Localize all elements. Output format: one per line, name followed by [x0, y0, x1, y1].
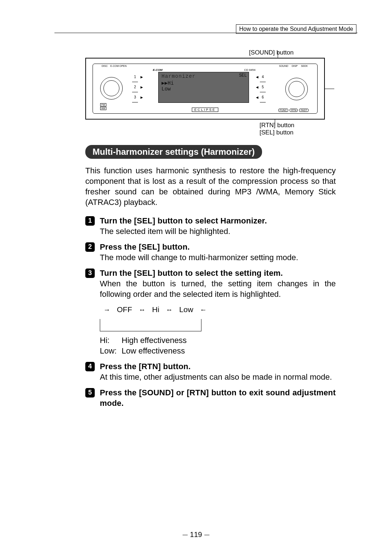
- screen-title: Harmonizer: [162, 73, 246, 79]
- step-body: When the button is turned, the setting i…: [100, 279, 336, 299]
- step-body: The mode will change to multi-harmonizer…: [100, 253, 298, 262]
- preset-column-right: 4 5 6: [260, 72, 266, 102]
- preset-button[interactable]: 3: [132, 92, 138, 102]
- sequence-diagram: → OFF ↔ Hi ↔ Low ←: [100, 304, 336, 331]
- flow-node: OFF: [117, 304, 132, 315]
- step-item: 3 Turn the [SEL] button to select the se…: [85, 268, 336, 356]
- func-button[interactable]: FUNC: [278, 109, 288, 112]
- step-item: 2 Press the [SEL] button. The mode will …: [85, 242, 336, 263]
- top-label: DISP: [292, 65, 298, 67]
- step-body: The selected item will be highlighted.: [100, 227, 230, 236]
- def-key: Hi:: [100, 335, 119, 346]
- step-number-badge: 3: [85, 269, 95, 278]
- step-number-badge: 1: [85, 216, 95, 226]
- manual-page: How to operate the Sound Adjustment Mode…: [0, 0, 392, 557]
- preset-column-left: 1 2 3: [132, 72, 138, 102]
- flow-node: Hi: [152, 304, 159, 315]
- faceplate-inner: DISC E-COM OPEN SOUND DISP SEEK E-COM CD…: [93, 64, 318, 114]
- leader-line: [278, 51, 278, 58]
- top-label: DISC: [102, 65, 108, 67]
- am-button[interactable]: AM: [100, 107, 106, 110]
- page-number: 119: [0, 530, 392, 539]
- section-title: Multi-harmonizer settings (Harmonizer): [85, 145, 262, 159]
- flow-node: Low: [179, 304, 193, 315]
- screen-row: ▶▶Hi: [162, 80, 246, 86]
- fast-button[interactable]: FAST: [299, 109, 309, 112]
- screen-row: Low: [162, 86, 246, 92]
- leader-line: [275, 119, 275, 125]
- sel-knob[interactable]: [285, 78, 308, 100]
- step-item: 5 Press the [SOUND] or [RTN] button to e…: [85, 387, 336, 408]
- step-item: 4 Press the [RTN] button. At this time, …: [85, 361, 336, 382]
- arrow-column: ▶▶▶: [139, 72, 144, 102]
- step-heading: Press the [SOUND] or [RTN] button to exi…: [100, 388, 336, 408]
- fm-button[interactable]: FM: [100, 103, 106, 106]
- callout-sel: [SEL] button: [260, 129, 294, 136]
- preset-button[interactable]: 6: [260, 92, 266, 102]
- arrow-icon: ←: [200, 305, 207, 314]
- step-number-badge: 5: [85, 388, 95, 397]
- band-buttons: FM AM: [100, 103, 106, 110]
- step-heading: Turn the [SEL] button to select the sett…: [100, 269, 283, 278]
- bottom-buttons: FUNC RTN FAST: [278, 109, 309, 112]
- screen-sel-label: SEL: [239, 73, 247, 78]
- stereo-faceplate: DISC E-COM OPEN SOUND DISP SEEK E-COM CD…: [85, 58, 325, 120]
- step-number-badge: 4: [85, 362, 95, 371]
- preset-button[interactable]: 1: [132, 72, 138, 82]
- step-body: At this time, other adjustments can also…: [100, 372, 332, 382]
- arrow-icon: →: [103, 305, 110, 314]
- leader-line: [324, 89, 334, 89]
- arrow-icon: ↔: [139, 305, 146, 314]
- intro-paragraph: This function uses harmonic synthesis to…: [85, 165, 336, 207]
- loop-bracket: [100, 319, 201, 331]
- def-value: Low effectiveness: [122, 346, 185, 356]
- definitions: Hi:High effectiveness Low:Low effectiven…: [100, 335, 336, 356]
- preset-button[interactable]: 4: [260, 72, 266, 82]
- callout-bottom: [RTN] button [SEL] button: [260, 122, 336, 136]
- content-column: [SOUND] button DISC E-COM OPEN SOUND DIS…: [85, 49, 336, 408]
- breadcrumb: How to operate the Sound Adjustment Mode: [236, 24, 356, 34]
- model-label: CD 8454: [244, 68, 256, 72]
- step-heading: Press the [RTN] button.: [100, 362, 191, 371]
- arrow-icon: ↔: [166, 305, 173, 314]
- top-label: SEEK: [301, 65, 308, 67]
- top-label: E-COM: [110, 65, 119, 67]
- top-label: SOUND: [279, 65, 288, 67]
- lcd-screen: Harmonizer SEL ▶▶Hi Low: [158, 72, 249, 103]
- callout-sound: [SOUND] button: [207, 49, 336, 56]
- preset-button[interactable]: 5: [260, 82, 266, 92]
- step-heading: Press the [SEL] button.: [100, 242, 190, 251]
- step-number-badge: 2: [85, 242, 95, 252]
- step-item: 1 Turn the [SEL] button to select Harmon…: [85, 215, 336, 237]
- callout-rtn: [RTN] button: [260, 122, 294, 129]
- def-value: High effectiveness: [122, 335, 187, 346]
- brand-label: E-COM: [153, 68, 163, 72]
- footer-brand: ECLIPSE: [192, 108, 218, 112]
- volume-knob[interactable]: [100, 77, 123, 100]
- step-list: 1 Turn the [SEL] button to select Harmon…: [85, 215, 336, 408]
- top-label: OPEN: [119, 65, 127, 67]
- rtn-button[interactable]: RTN: [290, 109, 298, 112]
- arrow-column: ◀◀◀: [255, 72, 259, 102]
- step-heading: Turn the [SEL] button to select Harmoniz…: [100, 216, 267, 225]
- def-key: Low:: [100, 346, 119, 356]
- preset-button[interactable]: 2: [132, 82, 138, 92]
